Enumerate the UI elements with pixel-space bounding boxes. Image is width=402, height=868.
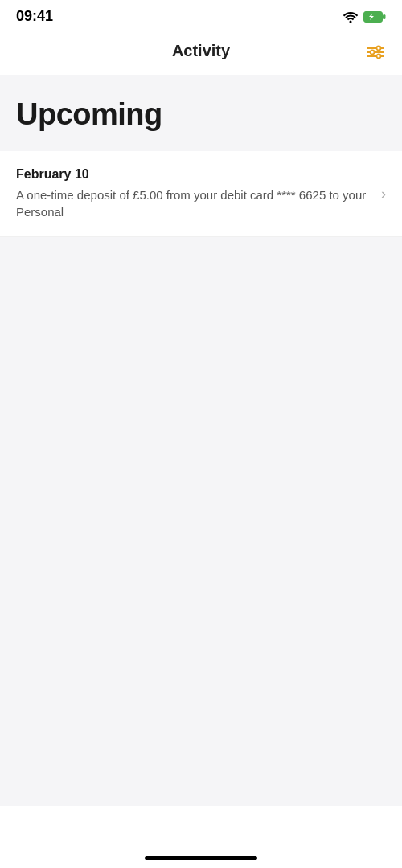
status-bar: 09:41 [0, 0, 402, 29]
header: Activity [0, 29, 402, 75]
svg-point-3 [377, 46, 381, 50]
bottom-navigation: Home Activity Funding Rewards [0, 820, 402, 868]
activity-icon [141, 829, 162, 850]
status-icons [343, 11, 386, 23]
sidebar-item-funding[interactable]: Funding [224, 829, 280, 862]
sidebar-item-activity[interactable]: Activity [123, 829, 179, 862]
funding-icon [241, 829, 262, 850]
status-time: 09:41 [16, 8, 53, 25]
home-nav-label: Home [39, 852, 62, 862]
battery-icon [363, 11, 386, 23]
filter-button[interactable] [363, 42, 388, 63]
activity-nav-label: Activity [137, 852, 165, 862]
sidebar-item-home[interactable]: Home [23, 829, 79, 862]
page-title: Activity [172, 42, 230, 60]
transaction-date: February 10 [16, 167, 371, 182]
transaction-description: A one-time deposit of £5.00 from your de… [16, 186, 371, 220]
transaction-details: February 10 A one-time deposit of £5.00 … [16, 167, 371, 220]
chevron-right-icon: › [381, 186, 386, 203]
transaction-list: February 10 A one-time deposit of £5.00 … [0, 151, 402, 237]
filter-icon [367, 45, 384, 59]
svg-point-5 [371, 50, 375, 54]
main-content: Upcoming February 10 A one-time deposit … [0, 75, 402, 687]
rewards-icon [342, 829, 363, 850]
sidebar-item-rewards[interactable]: Rewards [324, 829, 380, 862]
svg-point-7 [377, 54, 381, 58]
upcoming-title: Upcoming [16, 97, 386, 132]
home-icon [40, 829, 61, 850]
svg-rect-1 [383, 14, 386, 19]
funding-nav-label: Funding [236, 852, 268, 862]
upcoming-section: Upcoming [0, 75, 402, 145]
svg-rect-9 [48, 843, 53, 848]
table-row[interactable]: February 10 A one-time deposit of £5.00 … [0, 151, 402, 237]
wifi-icon [343, 11, 359, 23]
rewards-nav-label: Rewards [334, 852, 369, 862]
empty-content-area [0, 237, 402, 687]
